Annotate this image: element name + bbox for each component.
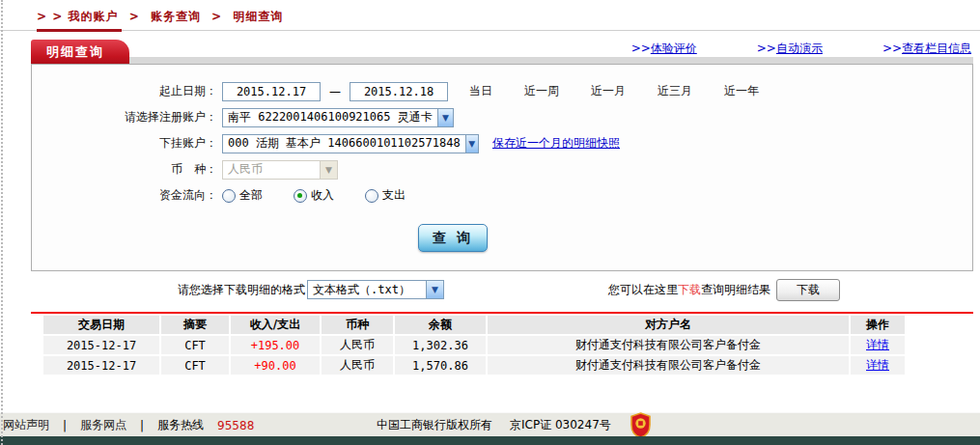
download-hint-before: 您可以在这里 (608, 282, 678, 298)
quick-range-today[interactable]: 当日 (469, 83, 492, 99)
fund-flow-options: 全部 收入 支出 (222, 187, 406, 204)
download-hint-link[interactable]: 下载 (678, 282, 701, 298)
cell-date: 2015-12-17 (43, 356, 159, 375)
breadcrumb-item-detail-query[interactable]: 明细查询 (233, 10, 283, 23)
date-range-row: 起止日期： — 当日 近一周 近一月 近三月 近一年 (32, 78, 972, 104)
red-accent-line (37, 29, 122, 32)
footer-copyright-group: 中国工商银行版权所有 京ICP证 030247号 (377, 417, 611, 433)
download-hint-group: 您可以在这里下载查询明细结果 下载 (608, 279, 840, 301)
radio-circle-icon (222, 189, 236, 203)
col-action: 操作 (851, 316, 905, 334)
chevron-down-icon: ▼ (437, 109, 453, 126)
footer-separator: | (63, 419, 67, 432)
download-format-select[interactable]: 文本格式（.txt） ▼ (307, 280, 444, 299)
table-row: 2015-12-17 CFT +195.00 人民币 1,302.36 财付通支… (43, 336, 905, 354)
cell-currency: 人民币 (322, 336, 393, 354)
sub-account-row: 下挂账户： 000 活期 基本户 1406600101102571848 ▼ 保… (32, 130, 972, 156)
cell-balance: 1,570.86 (395, 356, 486, 375)
left-dotted-border (1, 0, 3, 445)
transaction-table: 交易日期 摘要 收入/支出 币种 余额 对方户名 操作 2015-12-17 C… (42, 314, 907, 376)
footer-link-statement[interactable]: 网站声明 (3, 417, 49, 433)
download-format-group: 请您选择下载明细的格式 文本格式（.txt） ▼ (178, 280, 444, 299)
col-summary: 摘要 (161, 316, 229, 334)
chevron-down-icon: ▼ (426, 281, 443, 298)
link-auto-demo[interactable]: >>自动演示 (757, 41, 823, 57)
radio-expense[interactable]: 支出 (365, 187, 406, 204)
footer-links: 网站声明 | 服务网点 | 服务热线 95588 (3, 417, 254, 433)
breadcrumb-separator: > (129, 10, 140, 23)
col-date: 交易日期 (43, 316, 159, 334)
quick-range-year[interactable]: 近一年 (724, 83, 759, 99)
cell-currency: 人民币 (322, 356, 393, 375)
breadcrumb-area: > > 我的账户 > 账务查询 > 明细查询 (0, 0, 980, 37)
detail-link[interactable]: 详情 (866, 338, 889, 351)
radio-circle-icon (365, 189, 378, 203)
breadcrumb: > > 我的账户 > 账务查询 > 明细查询 (37, 9, 283, 25)
download-row: 请您选择下载明细的格式 文本格式（.txt） ▼ 您可以在这里下载查询明细结果 … (31, 271, 973, 308)
radio-all[interactable]: 全部 (222, 187, 263, 204)
quick-range-week[interactable]: 近一周 (524, 83, 559, 99)
date-from-input[interactable] (222, 82, 321, 101)
footer-hotline-number: 95588 (217, 419, 254, 432)
footer-hotline-label: 服务热线 (157, 417, 204, 433)
footer-icp: 京ICP证 030247号 (510, 417, 611, 433)
bottom-dark-bar (0, 436, 980, 445)
table-header-row: 交易日期 摘要 收入/支出 币种 余额 对方户名 操作 (43, 316, 905, 334)
fund-flow-row: 资金流向： 全部 收入 支出 (32, 182, 972, 209)
chevron-down-icon: ▼ (465, 135, 478, 153)
col-counterparty: 对方户名 (488, 316, 849, 334)
query-form: 起止日期： — 当日 近一周 近一月 近三月 近一年 请选择注册账户： 南平 6… (31, 64, 973, 271)
currency-label: 币 种： (32, 161, 222, 178)
quick-range-month[interactable]: 近一月 (591, 83, 626, 99)
cell-counterparty: 财付通支付科技有限公司客户备付金 (488, 336, 849, 354)
register-account-select[interactable]: 南平 6222001406100921065 灵通卡 ▼ (222, 108, 454, 127)
table-row: 2015-12-17 CFT +90.00 人民币 1,570.86 财付通支付… (43, 356, 905, 375)
cell-counterparty: 财付通支付科技有限公司客户备付金 (488, 356, 849, 375)
tab-detail-query[interactable]: 明细查询 (31, 40, 129, 64)
date-dash: — (329, 85, 341, 98)
col-currency: 币种 (322, 316, 393, 334)
currency-select-disabled: 人民币 ▼ (222, 160, 338, 180)
tab-strip (31, 57, 973, 64)
footer-link-outlets[interactable]: 服务网点 (80, 417, 126, 433)
cell-amount: +195.00 (231, 336, 320, 354)
date-to-input[interactable] (350, 82, 448, 101)
breadcrumb-item-my-account[interactable]: 我的账户 (68, 10, 118, 23)
sub-account-select[interactable]: 000 活期 基本户 1406600101102571848 ▼ (222, 134, 479, 153)
cell-balance: 1,302.36 (395, 336, 486, 354)
cell-amount: +90.00 (231, 356, 320, 375)
download-hint-after: 查询明细结果 (701, 282, 770, 298)
breadcrumb-prefix: > > (37, 10, 63, 23)
link-view-column-info[interactable]: >>查看栏目信息 (882, 41, 971, 57)
date-range-label: 起止日期： (32, 83, 222, 99)
cell-summary: CFT (161, 356, 229, 375)
breadcrumb-separator: > (211, 10, 222, 23)
save-snapshot-link[interactable]: 保存近一个月的明细快照 (492, 135, 620, 152)
radio-income[interactable]: 收入 (294, 187, 334, 204)
link-experience-review[interactable]: >>体验评价 (631, 41, 697, 57)
query-button-row: 查 询 (32, 224, 972, 253)
download-button[interactable]: 下载 (776, 279, 840, 301)
cell-date: 2015-12-17 (43, 336, 159, 354)
footer-copyright: 中国工商银行版权所有 (377, 417, 492, 433)
download-format-label: 请您选择下载明细的格式 (178, 282, 305, 298)
register-account-row: 请选择注册账户： 南平 6222001406100921065 灵通卡 ▼ (32, 104, 972, 130)
col-balance: 余额 (395, 316, 486, 334)
detail-link[interactable]: 详情 (866, 358, 889, 372)
header-links: >>体验评价 >>自动演示 >>查看栏目信息 (631, 41, 971, 57)
top-divider (0, 30, 980, 31)
query-button[interactable]: 查 询 (418, 224, 488, 252)
tab-row: 明细查询 >>体验评价 >>自动演示 >>查看栏目信息 (31, 39, 973, 64)
page-root: > > 我的账户 > 账务查询 > 明细查询 明细查询 >>体验评价 >>自动演… (0, 0, 980, 445)
register-account-label: 请选择注册账户： (32, 109, 222, 125)
fund-flow-label: 资金流向： (32, 187, 222, 204)
col-amount: 收入/支出 (231, 316, 320, 334)
footer-separator: | (140, 419, 144, 432)
breadcrumb-item-account-query[interactable]: 账务查询 (151, 10, 201, 23)
chevron-down-icon: ▼ (320, 161, 337, 179)
footer: 网站声明 | 服务网点 | 服务热线 95588 中国工商银行版权所有 京ICP… (0, 412, 980, 437)
currency-row: 币 种： 人民币 ▼ (32, 156, 972, 182)
radio-checked-icon (294, 189, 307, 203)
main-content: 明细查询 >>体验评价 >>自动演示 >>查看栏目信息 起止日期： — 当日 近… (31, 39, 973, 376)
quick-range-3months[interactable]: 近三月 (658, 83, 692, 99)
